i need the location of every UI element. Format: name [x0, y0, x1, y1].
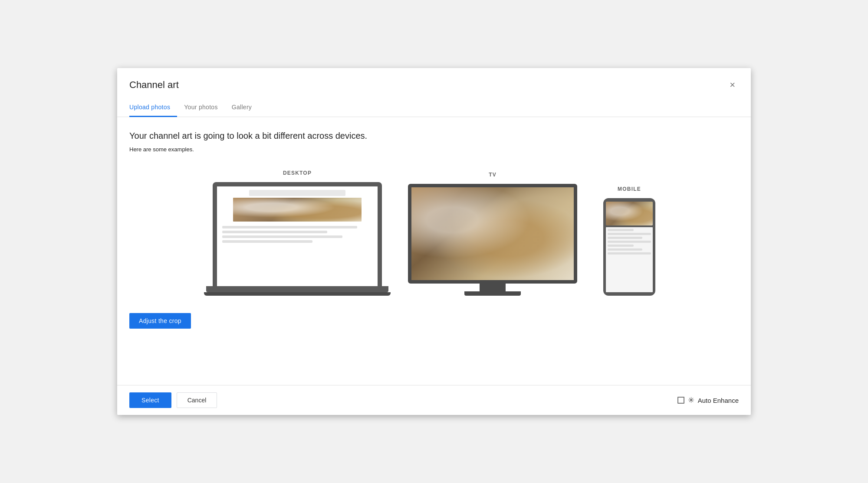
- dialog-body: Your channel art is going to look a bit …: [117, 117, 751, 385]
- laptop-channel-art: [233, 198, 362, 222]
- select-button[interactable]: Select: [129, 392, 171, 408]
- mobile-label: MOBILE: [618, 186, 641, 192]
- subtext: Here are some examples.: [129, 146, 739, 153]
- phone-content: [606, 227, 653, 292]
- dialog-header: Channel art ×: [117, 68, 751, 91]
- dialog-footer: Select Cancel ✳ Auto Enhance: [117, 385, 751, 415]
- laptop-screen: [213, 182, 382, 286]
- phone-line-1: [608, 229, 634, 231]
- phone-frame: [603, 198, 655, 296]
- laptop-nav-bar: [249, 190, 345, 196]
- phone-line-3: [608, 237, 642, 239]
- phone-line-4: [608, 241, 651, 243]
- laptop-line-4: [222, 240, 312, 243]
- mobile-mockup: [603, 198, 655, 296]
- phone-art-inner: [606, 202, 653, 225]
- tv-channel-art: [411, 187, 574, 280]
- cancel-button[interactable]: Cancel: [177, 392, 217, 408]
- tv-label: TV: [489, 172, 496, 178]
- tabs-bar: Upload photos Your photos Gallery: [117, 98, 751, 117]
- tv-device-col: TV: [408, 172, 577, 296]
- laptop-line-1: [222, 226, 357, 228]
- tab-upload-photos[interactable]: Upload photos: [129, 98, 177, 117]
- tv-mockup: [408, 184, 577, 296]
- laptop-base: [206, 286, 388, 292]
- auto-enhance-section[interactable]: ✳ Auto Enhance: [677, 395, 739, 405]
- footer-actions: Select Cancel: [129, 392, 217, 408]
- adjust-crop-section: Adjust the crop: [129, 313, 739, 329]
- tab-gallery[interactable]: Gallery: [225, 98, 259, 117]
- tab-your-photos[interactable]: Your photos: [177, 98, 225, 117]
- phone-line-7: [608, 252, 651, 255]
- channel-art-dialog: Channel art × Upload photos Your photos …: [117, 68, 751, 415]
- desktop-label: DESKTOP: [283, 170, 312, 176]
- tv-screen: [408, 184, 577, 284]
- laptop-line-3: [222, 235, 342, 238]
- tv-inner: [411, 187, 574, 280]
- laptop-inner: [217, 186, 378, 286]
- mobile-device-col: MOBILE: [603, 186, 655, 296]
- tv-stand-neck: [480, 284, 506, 291]
- close-button[interactable]: ×: [726, 78, 739, 91]
- dialog-title: Channel art: [129, 79, 179, 91]
- devices-row: DESKTOP: [129, 170, 739, 296]
- phone-line-2: [608, 233, 651, 235]
- laptop-line-2: [222, 231, 327, 233]
- phone-line-5: [608, 245, 634, 247]
- auto-enhance-icon: ✳: [688, 395, 694, 405]
- auto-enhance-checkbox[interactable]: [677, 397, 684, 404]
- laptop-stand: [204, 292, 391, 296]
- laptop-channel-art-image: [233, 198, 362, 222]
- phone-line-6: [608, 248, 642, 251]
- adjust-crop-button[interactable]: Adjust the crop: [129, 313, 191, 329]
- phone-channel-art: [606, 202, 653, 225]
- auto-enhance-label: Auto Enhance: [698, 397, 739, 404]
- headline-text: Your channel art is going to look a bit …: [129, 131, 739, 141]
- desktop-mockup: [213, 182, 382, 296]
- desktop-device-col: DESKTOP: [213, 170, 382, 296]
- tv-stand-base: [464, 291, 521, 296]
- laptop-content: [217, 224, 378, 247]
